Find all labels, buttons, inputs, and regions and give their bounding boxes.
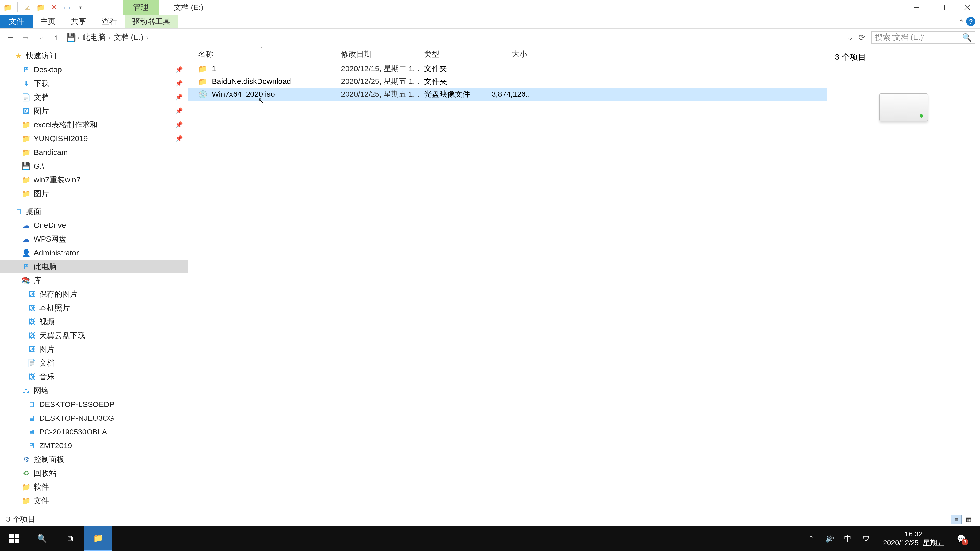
breadcrumb-location[interactable]: 文档 (E:)	[112, 31, 145, 44]
nav-qa-item[interactable]: 📄文档📌	[0, 90, 188, 104]
breadcrumb[interactable]: 💾 › 此电脑 › 文档 (E:) ›	[66, 31, 148, 44]
nav-network-item[interactable]: 🖥ZMT2019	[0, 439, 188, 453]
start-button[interactable]	[0, 526, 28, 551]
refresh-icon[interactable]: ⟳	[858, 33, 865, 42]
qat-customize-dropdown-icon[interactable]: ▾	[75, 2, 86, 13]
nav-desktop-item[interactable]: ☁OneDrive	[0, 218, 188, 232]
maximize-button[interactable]	[929, 0, 955, 15]
nav-qa-item[interactable]: 📁Bandicam	[0, 145, 188, 159]
qat-properties-icon[interactable]: ☑	[22, 2, 32, 13]
nav-qa-item[interactable]: 🖼图片📌	[0, 104, 188, 118]
nav-library-item[interactable]: 🖼视频	[0, 315, 188, 329]
onedrive-icon: ☁	[21, 234, 30, 244]
tab-share[interactable]: 共享	[63, 15, 94, 28]
nav-label: G:\	[34, 162, 44, 170]
nav-desktop-item[interactable]: ☁WPS网盘	[0, 232, 188, 246]
nav-quick-access[interactable]: ★快速访问	[0, 49, 188, 63]
nav-desktop[interactable]: 🖥桌面	[0, 205, 188, 218]
nav-network[interactable]: 🖧网络	[0, 384, 188, 397]
qat-delete-icon[interactable]: ✕	[49, 2, 59, 13]
tray-overflow-icon[interactable]: ⌃	[805, 533, 817, 544]
view-switcher: ≡ ▦	[951, 514, 974, 524]
search-icon[interactable]: 🔍	[962, 33, 972, 42]
nav-control-panel[interactable]: ⚙控制面板	[0, 453, 188, 466]
breadcrumb-sep-icon[interactable]: ›	[146, 34, 148, 41]
breadcrumb-pc[interactable]: 此电脑	[81, 31, 107, 44]
nav-library-item[interactable]: 🖼音乐	[0, 370, 188, 384]
nav-label: 文件	[34, 495, 49, 506]
nav-qa-item[interactable]: 📁win7重装win7	[0, 173, 188, 187]
task-view-button[interactable]: ⧉	[56, 526, 84, 551]
file-row[interactable]: 📁 1 2020/12/15, 星期二 1... 文件夹	[188, 62, 827, 75]
nav-recycle-bin[interactable]: ♻回收站	[0, 466, 188, 480]
security-icon[interactable]: 🛡	[861, 533, 872, 544]
nav-network-item[interactable]: 🖥DESKTOP-NJEU3CG	[0, 411, 188, 425]
nav-library-item[interactable]: 🖼保存的图片	[0, 287, 188, 301]
details-view-button[interactable]: ≡	[951, 514, 962, 524]
nav-qa-item[interactable]: 📁图片	[0, 187, 188, 200]
nav-qa-item[interactable]: 🖥Desktop📌	[0, 63, 188, 76]
nav-library-item[interactable]: 🖼天翼云盘下载	[0, 329, 188, 342]
file-date: 2020/12/25, 星期五 1...	[341, 76, 424, 87]
pic-icon: 🖼	[27, 372, 36, 381]
show-desktop-button[interactable]	[974, 526, 977, 551]
tab-file[interactable]: 文件	[0, 15, 33, 28]
qat-rename-icon[interactable]: ▭	[62, 2, 72, 13]
nav-network-item[interactable]: 🖥DESKTOP-LSSOEDP	[0, 397, 188, 411]
pin-icon: 📌	[175, 80, 183, 87]
column-size[interactable]: 大小	[492, 49, 535, 59]
drive-icon	[880, 94, 928, 121]
taskbar-file-explorer[interactable]: 📁	[84, 526, 112, 551]
down-icon: ⬇	[21, 79, 30, 88]
clock[interactable]: 16:32 2020/12/25, 星期五	[879, 530, 948, 547]
nav-library-item[interactable]: 🖼图片	[0, 342, 188, 356]
column-date[interactable]: 修改日期	[341, 49, 424, 59]
ribbon-minimize-icon[interactable]: ⌃	[958, 18, 965, 27]
nav-qa-item[interactable]: 📁YUNQISHI2019📌	[0, 132, 188, 145]
nav-label: 图片	[34, 106, 49, 116]
nav-desktop-item[interactable]: 📚库	[0, 273, 188, 287]
back-button[interactable]: ←	[5, 32, 16, 43]
search-input[interactable]: 搜索"文档 (E:)" 🔍	[871, 32, 975, 44]
tab-home[interactable]: 主页	[33, 15, 63, 28]
nav-qa-item[interactable]: 💾G:\	[0, 159, 188, 173]
nav-desktop-item[interactable]: 👤Administrator	[0, 246, 188, 260]
file-row[interactable]: 📁 BaiduNetdiskDownload 2020/12/25, 星期五 1…	[188, 75, 827, 88]
nav-label: 文档	[34, 92, 49, 103]
icons-view-button[interactable]: ▦	[963, 514, 974, 524]
taskbar-search-button[interactable]: 🔍	[28, 526, 56, 551]
nav-network-item[interactable]: 🖥PC-20190530OBLA	[0, 425, 188, 439]
qat-new-folder-icon[interactable]: 📁	[35, 2, 46, 13]
nav-library-item[interactable]: 📄文档	[0, 356, 188, 370]
nav-label: 文档	[39, 358, 55, 368]
up-button[interactable]: ↑	[51, 32, 62, 43]
file-date: 2020/12/15, 星期二 1...	[341, 64, 424, 74]
navigation-pane[interactable]: ★快速访问 🖥Desktop📌⬇下载📌📄文档📌🖼图片📌📁excel表格制作求和📌…	[0, 46, 188, 512]
file-row[interactable]: 💿 Win7x64_2020.iso 2020/12/25, 星期五 1... …	[188, 88, 827, 100]
recent-dropdown-icon[interactable]: ⌵	[36, 32, 46, 43]
folder-icon: 📁	[198, 77, 207, 86]
breadcrumb-sep-icon[interactable]: ›	[77, 34, 80, 41]
volume-icon[interactable]: 🔊	[824, 533, 835, 544]
nav-files[interactable]: 📁文件	[0, 494, 188, 508]
nav-label: 视频	[39, 317, 55, 327]
qat-app-icon[interactable]: 📁	[3, 2, 13, 13]
tab-drive-tools[interactable]: 驱动器工具	[124, 15, 178, 28]
nav-software[interactable]: 📁软件	[0, 480, 188, 494]
ime-indicator[interactable]: 中	[842, 533, 853, 544]
nav-qa-item[interactable]: ⬇下载📌	[0, 76, 188, 90]
breadcrumb-sep-icon[interactable]: ›	[108, 34, 110, 41]
column-type[interactable]: 类型	[424, 49, 492, 59]
tab-view[interactable]: 查看	[94, 15, 124, 28]
column-name[interactable]: 名称	[198, 49, 341, 59]
help-icon[interactable]: ?	[966, 17, 975, 26]
nav-qa-item[interactable]: 📁excel表格制作求和📌	[0, 118, 188, 132]
close-button[interactable]	[955, 0, 980, 15]
minimize-button[interactable]	[904, 0, 929, 15]
column-resize-handle[interactable]	[535, 51, 535, 58]
nav-library-item[interactable]: 🖼本机照片	[0, 301, 188, 315]
forward-button[interactable]: →	[21, 32, 31, 43]
nav-desktop-item[interactable]: 🖥此电脑	[0, 260, 188, 273]
action-center-icon[interactable]: 💬3	[956, 533, 967, 544]
address-dropdown-icon[interactable]: ⌵	[847, 33, 852, 42]
